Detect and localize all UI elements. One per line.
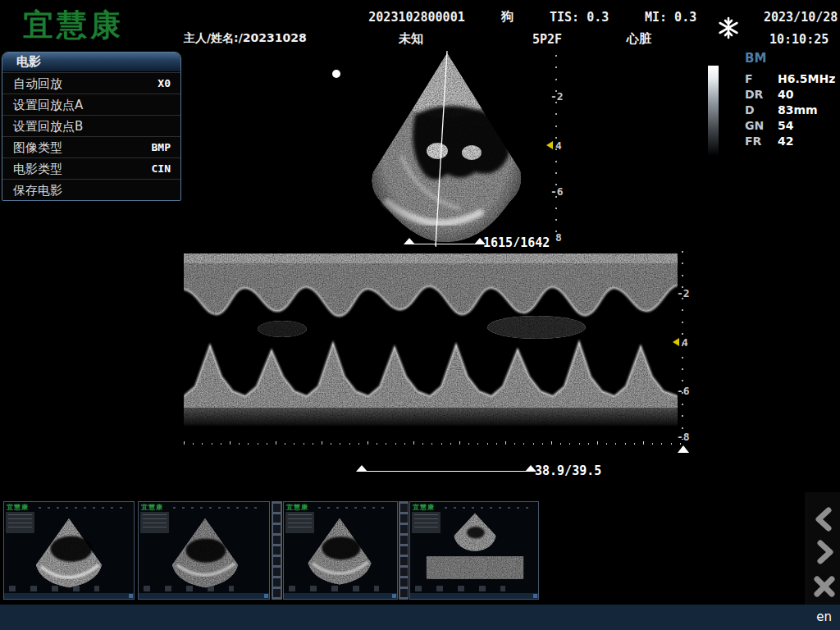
b-mode-image[interactable] bbox=[322, 51, 562, 248]
thumbnails-next-button[interactable] bbox=[812, 540, 837, 564]
thumb-bottom-bar bbox=[4, 593, 134, 599]
thumbnail-1[interactable]: 宜慧康 bbox=[3, 501, 135, 600]
param-row: DR40 bbox=[745, 86, 835, 102]
gender-label: 未知 bbox=[399, 31, 423, 47]
menu-item-label: 设置回放点A bbox=[2, 98, 83, 112]
sweep-marker-a[interactable] bbox=[356, 465, 368, 472]
menu-item-value: BMP bbox=[152, 137, 171, 158]
cine-menu-title: 电影 bbox=[2, 52, 180, 72]
menu-item-label: 设置回放点B bbox=[2, 119, 83, 134]
m-focus-marker-icon bbox=[673, 338, 679, 346]
b-ruler-label: -6 bbox=[550, 185, 564, 198]
thumb-mini-row bbox=[144, 586, 234, 591]
sweep-time-counter: 38.9/39.5 bbox=[535, 463, 601, 478]
param-value: 83mm bbox=[778, 103, 818, 116]
language-indicator[interactable]: en bbox=[816, 609, 832, 624]
grayscale-bar bbox=[708, 66, 719, 156]
owner-name: 主人/姓名:/20231028 bbox=[184, 31, 307, 46]
time-ruler-minor bbox=[184, 443, 682, 445]
preset-label: 心脏 bbox=[627, 31, 651, 47]
thumb-logo: 宜慧康 bbox=[141, 503, 163, 512]
m-ruler-label: -2 bbox=[677, 287, 690, 299]
orientation-marker-dot bbox=[332, 70, 340, 78]
menu-item-cine-type[interactable]: 电影类型 CIN bbox=[2, 158, 180, 179]
thumb-logo: 宜慧康 bbox=[7, 503, 29, 512]
param-row: FR42 bbox=[745, 133, 835, 148]
cine-marker-a[interactable] bbox=[404, 238, 415, 244]
brand-logo: 宜慧康 bbox=[23, 5, 124, 46]
status-bar: en bbox=[0, 605, 840, 630]
param-value: 42 bbox=[778, 135, 793, 148]
thumb-mini-row bbox=[415, 586, 505, 591]
menu-item-value: CIN bbox=[152, 158, 171, 179]
ultrasound-app: 宜慧康 2023102800001 狗 TIS: 0.3 MI: 0.3 202… bbox=[0, 0, 840, 630]
time-value: 10:10:25 bbox=[769, 32, 829, 47]
top-bar: 宜慧康 2023102800001 狗 TIS: 0.3 MI: 0.3 202… bbox=[0, 0, 840, 49]
m-ruler-bottom-marker bbox=[678, 445, 689, 453]
film-perforation-strip bbox=[272, 501, 282, 600]
menu-item-set-point-a[interactable]: 设置回放点A bbox=[2, 94, 180, 115]
param-row: D83mm bbox=[745, 102, 835, 117]
freeze-snowflake-icon[interactable] bbox=[717, 16, 740, 39]
image-parameters: FH6.5MHz DR40 D83mm GN54 FR42 bbox=[745, 71, 835, 148]
thumbnail-4[interactable]: 宜慧康 bbox=[409, 501, 539, 600]
thumb-image bbox=[413, 510, 536, 592]
film-perforation-strip bbox=[399, 501, 409, 600]
cine-menu: 电影 自动回放 X0 设置回放点A 设置回放点B 图像类型 BMP 电影类型 C… bbox=[2, 52, 181, 201]
param-label: FR bbox=[745, 135, 778, 148]
thumb-mini-row bbox=[289, 586, 379, 591]
thumb-bottom-bar bbox=[139, 593, 269, 599]
menu-item-set-point-b[interactable]: 设置回放点B bbox=[2, 115, 180, 136]
param-label: F bbox=[745, 72, 778, 85]
thumb-header-text bbox=[39, 507, 127, 509]
menu-item-label: 自动回放 bbox=[2, 76, 62, 91]
menu-item-label: 保存电影 bbox=[2, 183, 62, 198]
thumb-bottom-bar bbox=[410, 593, 538, 599]
mode-label: BM bbox=[745, 51, 766, 66]
thumbnail-2[interactable]: 宜慧康 bbox=[138, 501, 270, 600]
param-value: 54 bbox=[778, 119, 793, 132]
thumb-mini-row bbox=[9, 586, 99, 591]
species-label: 狗 bbox=[501, 9, 514, 25]
menu-item-auto-replay[interactable]: 自动回放 X0 bbox=[2, 72, 180, 94]
mi-value: MI: 0.3 bbox=[645, 10, 696, 25]
probe-label: 5P2F bbox=[532, 32, 562, 47]
thumbnails-prev-button[interactable] bbox=[812, 507, 837, 532]
param-label: D bbox=[745, 103, 778, 116]
tis-value: TIS: 0.3 bbox=[550, 10, 609, 25]
date-value: 2023/10/28 bbox=[764, 10, 838, 25]
thumb-header-text bbox=[318, 507, 390, 509]
b-focus-marker-icon bbox=[546, 141, 553, 149]
thumb-bottom-bar bbox=[284, 593, 397, 599]
thumb-header-text bbox=[173, 507, 262, 509]
menu-item-value: X0 bbox=[158, 73, 171, 94]
thumb-image bbox=[160, 515, 250, 592]
menu-item-label: 电影类型 bbox=[2, 162, 62, 176]
thumb-image bbox=[297, 515, 382, 589]
menu-item-save-cine[interactable]: 保存电影 bbox=[2, 179, 180, 200]
param-row: FH6.5MHz bbox=[745, 71, 835, 86]
b-ruler-label: 4 bbox=[555, 139, 562, 152]
param-label: GN bbox=[745, 119, 778, 132]
m-ruler-label: 4 bbox=[682, 336, 688, 349]
cine-progress-line bbox=[409, 244, 480, 244]
sweep-range-line bbox=[362, 471, 531, 472]
thumb-header-text bbox=[445, 507, 532, 509]
thumbnail-strip: 宜慧康 宜慧康 宜慧康 bbox=[0, 501, 840, 600]
menu-item-label: 图像类型 bbox=[2, 140, 62, 155]
thumbnails-close-button[interactable] bbox=[812, 574, 837, 599]
param-value: 40 bbox=[778, 88, 793, 101]
param-value: H6.5MHz bbox=[778, 72, 835, 85]
m-mode-image[interactable] bbox=[184, 247, 678, 444]
b-ruler-label: -2 bbox=[550, 90, 564, 103]
patient-id: 2023102800001 bbox=[364, 10, 469, 25]
b-ruler-label: 8 bbox=[555, 231, 562, 244]
param-label: DR bbox=[745, 88, 778, 101]
thumb-image bbox=[24, 515, 114, 592]
m-ruler-label: -6 bbox=[677, 385, 690, 397]
menu-item-image-type[interactable]: 图像类型 BMP bbox=[2, 136, 180, 158]
param-row: GN54 bbox=[745, 117, 835, 133]
thumb-logo: 宜慧康 bbox=[286, 503, 308, 512]
thumbnail-3[interactable]: 宜慧康 bbox=[283, 501, 398, 600]
